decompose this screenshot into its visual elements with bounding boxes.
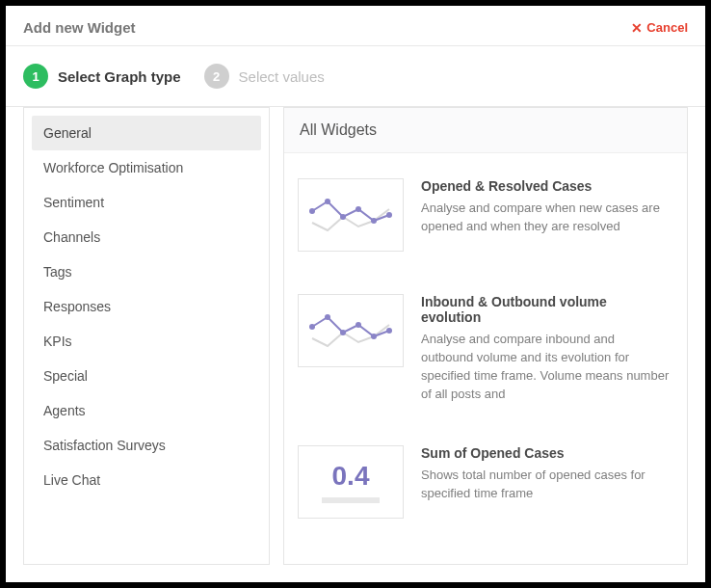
modal-content: General Workforce Optimisation Sentiment… [6, 107, 705, 582]
widget-thumb [298, 178, 404, 252]
svg-point-4 [371, 218, 377, 224]
sidebar-item-satisfaction-surveys[interactable]: Satisfaction Surveys [32, 428, 261, 463]
kpi-bar-icon [322, 497, 380, 503]
widget-panel: All Widgets [283, 107, 688, 565]
widget-title: Sum of Opened Cases [421, 445, 670, 461]
sidebar-item-channels[interactable]: Channels [32, 220, 261, 254]
sidebar-item-kpis[interactable]: KPIs [32, 324, 261, 359]
sidebar-item-workforce-optimisation[interactable]: Workforce Optimisation [32, 150, 261, 185]
cancel-button[interactable]: ✕ Cancel [631, 20, 688, 35]
widget-meta: Inbound & Outbound volume evolution Anal… [421, 294, 670, 403]
widget-item-opened-resolved-cases[interactable]: Opened & Resolved Cases Analyse and comp… [288, 157, 679, 273]
step-label: Select values [239, 68, 325, 85]
widget-thumb [298, 294, 404, 367]
kpi-value: 0.4 [332, 461, 370, 492]
svg-point-3 [356, 206, 361, 212]
line-chart-icon [306, 188, 395, 242]
svg-point-6 [309, 324, 315, 330]
cancel-label: Cancel [646, 20, 688, 35]
svg-point-5 [386, 212, 392, 218]
widget-thumb: 0.4 [298, 445, 404, 519]
widget-description: Shows total number of opened cases for s… [421, 467, 670, 503]
svg-point-10 [371, 334, 377, 339]
step-label: Select Graph type [58, 68, 181, 85]
close-icon: ✕ [631, 21, 643, 35]
modal-header: Add new Widget ✕ Cancel [6, 6, 705, 45]
widget-item-sum-opened-cases[interactable]: 0.4 Sum of Opened Cases Shows total numb… [288, 424, 679, 540]
line-chart-icon [306, 304, 395, 358]
wizard-steps: 1 Select Graph type 2 Select values [6, 46, 705, 106]
sidebar-item-tags[interactable]: Tags [32, 254, 261, 289]
widget-meta: Sum of Opened Cases Shows total number o… [421, 445, 670, 519]
category-sidebar: General Workforce Optimisation Sentiment… [23, 107, 270, 565]
sidebar-item-sentiment[interactable]: Sentiment [32, 185, 261, 220]
svg-point-7 [325, 314, 330, 320]
svg-point-9 [356, 322, 361, 328]
modal-title: Add new Widget [23, 19, 136, 36]
widget-description: Analyse and compare when new cases are o… [421, 200, 670, 236]
widget-title: Opened & Resolved Cases [421, 178, 670, 194]
svg-point-8 [340, 330, 346, 335]
widget-meta: Opened & Resolved Cases Analyse and comp… [421, 178, 670, 252]
svg-point-11 [386, 328, 392, 334]
step-badge: 2 [204, 64, 229, 89]
widget-title: Inbound & Outbound volume evolution [421, 294, 670, 325]
sidebar-item-special[interactable]: Special [32, 359, 261, 393]
add-widget-modal: Add new Widget ✕ Cancel 1 Select Graph t… [6, 6, 705, 582]
step-1[interactable]: 1 Select Graph type [23, 64, 181, 89]
widget-list[interactable]: Opened & Resolved Cases Analyse and comp… [284, 153, 687, 564]
svg-point-2 [340, 214, 346, 220]
sidebar-item-live-chat[interactable]: Live Chat [32, 463, 261, 497]
step-badge: 1 [23, 64, 48, 89]
sidebar-item-responses[interactable]: Responses [32, 289, 261, 324]
svg-point-1 [325, 199, 330, 204]
sidebar-item-agents[interactable]: Agents [32, 393, 261, 428]
widget-description: Analyse and compare inbound and outbound… [421, 331, 670, 403]
svg-point-0 [309, 208, 315, 214]
sidebar-item-general[interactable]: General [32, 116, 261, 150]
widget-panel-header: All Widgets [284, 108, 687, 153]
step-2[interactable]: 2 Select values [204, 64, 325, 89]
widget-item-inbound-outbound-volume[interactable]: Inbound & Outbound volume evolution Anal… [288, 273, 679, 424]
